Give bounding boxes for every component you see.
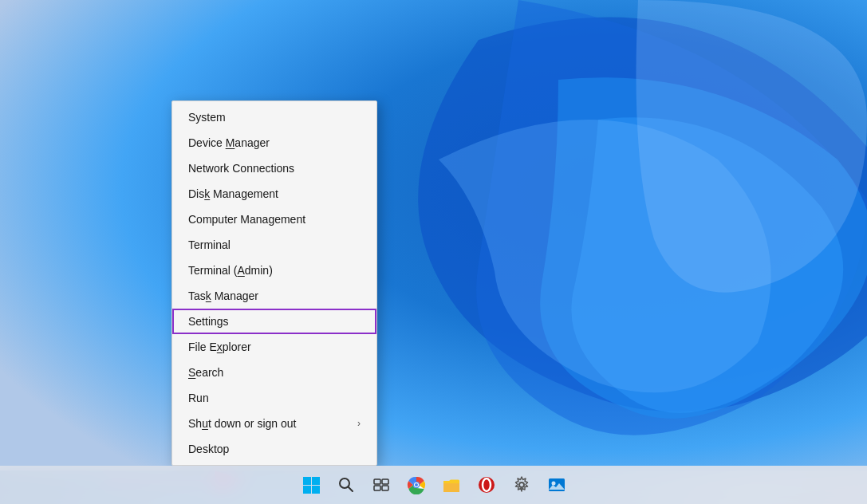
menu-item-terminal[interactable]: Terminal (172, 232, 376, 258)
taskbar-search-button[interactable] (330, 469, 362, 501)
taskbar-start-button[interactable] (295, 469, 327, 501)
taskbar-file-explorer-button[interactable] (435, 469, 467, 501)
taskbar-settings-button[interactable] (506, 469, 538, 501)
submenu-arrow-icon: › (357, 418, 361, 429)
taskbar-photos-button[interactable] (541, 469, 573, 501)
svg-line-8 (348, 487, 353, 492)
menu-item-device-manager[interactable]: Device Manager (172, 130, 376, 156)
svg-point-22 (519, 482, 524, 487)
menu-item-computer-management[interactable]: Computer Management (172, 207, 376, 232)
taskbar-icons (295, 469, 573, 501)
task-view-icon (372, 476, 390, 494)
svg-point-17 (415, 483, 418, 486)
svg-rect-11 (374, 486, 380, 490)
taskbar-opera-button[interactable] (471, 469, 502, 501)
menu-item-file-explorer[interactable]: File Explorer (172, 334, 376, 360)
svg-rect-6 (312, 486, 320, 494)
opera-icon (477, 475, 496, 494)
menu-item-disk-management[interactable]: Disk Management (172, 181, 376, 207)
svg-rect-19 (443, 483, 459, 492)
menu-item-system[interactable]: System (172, 104, 376, 130)
taskbar (0, 466, 867, 504)
svg-rect-9 (374, 479, 380, 484)
chrome-icon (407, 475, 426, 494)
svg-rect-3 (303, 477, 311, 485)
menu-item-desktop[interactable]: Desktop (172, 436, 376, 462)
svg-rect-12 (382, 486, 388, 490)
menu-item-search[interactable]: Search (172, 360, 376, 385)
photos-icon (547, 475, 566, 494)
svg-point-24 (551, 482, 555, 486)
taskbar-chrome-button[interactable] (400, 469, 432, 501)
desktop-background (0, 0, 867, 504)
menu-item-run[interactable]: Run (172, 385, 376, 411)
svg-rect-10 (382, 479, 388, 484)
svg-rect-5 (303, 486, 311, 494)
search-icon (337, 476, 355, 494)
taskbar-task-view-button[interactable] (365, 469, 397, 501)
menu-item-settings[interactable]: Settings (172, 309, 376, 334)
windows-logo-icon (301, 475, 321, 494)
settings-gear-icon (512, 475, 531, 494)
context-menu: System Device Manager Network Connection… (171, 100, 377, 466)
menu-item-network-connections[interactable]: Network Connections (172, 156, 376, 181)
menu-item-terminal-admin[interactable]: Terminal (Admin) (172, 258, 376, 283)
menu-item-shut-down[interactable]: Shut down or sign out › (172, 411, 376, 436)
svg-rect-4 (312, 477, 320, 485)
menu-item-task-manager[interactable]: Task Manager (172, 283, 376, 309)
file-explorer-icon (442, 475, 461, 494)
